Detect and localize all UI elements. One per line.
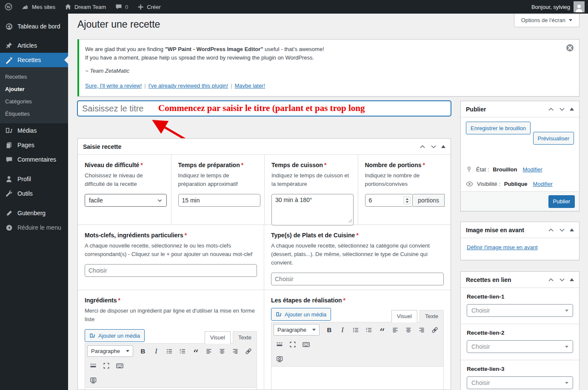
write-review-link[interactable]: Sure, I'll write a review! [85, 83, 142, 89]
paragraph-format-select[interactable]: Paragraphe [87, 345, 133, 357]
sidebar-item-pages[interactable]: Pages [0, 138, 68, 152]
sidebar-item-dashboard[interactable]: Tableau de bord [0, 19, 68, 34]
dismiss-notice-icon[interactable] [566, 44, 574, 54]
fullscreen-button[interactable] [100, 360, 112, 371]
related-recipe-2-select[interactable]: Choisir [467, 340, 573, 353]
toggle-panel-icon[interactable] [441, 145, 445, 148]
sidebar-item-medias[interactable]: Médias [0, 123, 68, 138]
publish-title: Publier [466, 106, 486, 113]
edit-visibility-link[interactable]: Modifier [533, 181, 553, 187]
italic-button[interactable]: I [337, 325, 348, 336]
italic-button[interactable]: I [150, 346, 162, 357]
new-content-menu[interactable]: Créer [133, 0, 166, 14]
set-featured-image-link[interactable]: Définir l'image mise en avant [467, 244, 538, 251]
submenu-item-recettes[interactable]: Recettes [0, 71, 68, 83]
avatar[interactable] [574, 1, 585, 12]
publish-metabox-header[interactable]: Publier [461, 101, 579, 117]
move-up-icon[interactable] [548, 276, 554, 283]
toggle-panel-icon[interactable] [570, 108, 574, 111]
numbered-list-button[interactable] [363, 325, 375, 336]
move-up-icon[interactable] [548, 106, 554, 113]
preview-button[interactable]: Prévisualiser [533, 132, 574, 145]
keywords-input[interactable] [85, 264, 257, 277]
spinner-down-icon[interactable] [406, 201, 408, 203]
link-button[interactable] [243, 346, 254, 357]
recipe-metabox-header[interactable]: Saisie recette [78, 139, 451, 155]
difficulty-select[interactable]: facile [85, 194, 167, 207]
resize-grip-icon[interactable] [348, 217, 352, 225]
align-right-button[interactable] [229, 346, 241, 357]
number-spinner[interactable] [403, 196, 411, 205]
my-sites-menu[interactable]: Mes sites [17, 0, 60, 14]
move-down-icon[interactable] [559, 106, 565, 113]
wp-paint-camera-button[interactable] [274, 353, 285, 364]
submenu-item-etiquettes[interactable]: Étiquettes [0, 108, 68, 120]
move-down-icon[interactable] [430, 143, 437, 150]
edit-status-link[interactable]: Modifier [522, 166, 542, 173]
numbered-list-button[interactable] [177, 346, 188, 357]
related-recipe-2-label: Recette-lien-2 [467, 330, 573, 336]
sidebar-item-recettes[interactable]: Recettes [0, 53, 68, 67]
related-recipes-header[interactable]: Recettes en lien [461, 272, 579, 288]
toggle-panel-icon[interactable] [570, 278, 574, 281]
wp-paint-camera-button[interactable] [87, 375, 99, 386]
fullscreen-button[interactable] [287, 339, 299, 350]
link-button[interactable] [429, 325, 441, 336]
featured-image-header[interactable]: Image mise en avant [461, 222, 579, 238]
align-left-button[interactable] [203, 346, 215, 357]
sidebar-item-outils[interactable]: Outils [0, 186, 68, 201]
bold-button[interactable]: B [323, 325, 335, 336]
add-media-button[interactable]: Ajouter un média [271, 308, 331, 321]
cook-time-textarea[interactable]: 30 min à 180° [271, 194, 354, 225]
dish-type-input[interactable] [271, 273, 444, 285]
bullet-list-button[interactable] [163, 346, 175, 357]
align-center-button[interactable] [216, 346, 228, 357]
sidebar-item-profil[interactable]: Profil [0, 172, 68, 186]
related-recipe-1-select[interactable]: Choisir [467, 304, 573, 317]
save-draft-button[interactable]: Enregistrer le brouillon [466, 122, 531, 134]
user-greeting[interactable]: Bonjour, sylvieg [531, 4, 570, 10]
submenu-item-categories[interactable]: Catégories [0, 95, 68, 108]
move-down-icon[interactable] [559, 227, 565, 233]
align-left-button[interactable] [389, 325, 401, 336]
move-up-icon[interactable] [548, 227, 554, 233]
tab-text[interactable]: Texte [233, 331, 257, 344]
site-menu[interactable]: Dream Team [60, 0, 111, 14]
paragraph-format-select[interactable]: Paragraphe [274, 324, 320, 336]
keyboard-shortcuts-button[interactable] [300, 339, 312, 350]
move-down-icon[interactable] [559, 276, 565, 283]
maybe-later-link[interactable]: Maybe later! [235, 83, 265, 89]
prep-time-input[interactable] [178, 194, 260, 207]
tab-visual[interactable]: Visuel [205, 331, 231, 344]
recipe-title-input[interactable] [77, 101, 451, 116]
tab-visual[interactable]: Visuel [391, 310, 417, 322]
bold-button[interactable]: B [137, 346, 149, 357]
screen-options-tab[interactable]: Options de l'écran [514, 14, 579, 27]
bullet-list-button[interactable] [350, 325, 362, 336]
keyboard-shortcuts-button[interactable] [114, 360, 126, 371]
blockquote-button[interactable]: “ [376, 325, 388, 336]
toggle-panel-icon[interactable] [570, 228, 574, 231]
steps-editor-canvas[interactable] [271, 366, 443, 390]
wordpress-logo-menu[interactable]: W [0, 0, 17, 14]
align-center-button[interactable] [402, 325, 414, 336]
sidebar-item-articles[interactable]: Articles [0, 38, 68, 53]
sidebar-item-collapse-menu[interactable]: Réduire le menu [0, 220, 68, 235]
sidebar-item-gutenberg[interactable]: Gutenberg [0, 206, 68, 220]
already-reviewed-link[interactable]: I've already reviewed this plugin! [148, 83, 228, 89]
spinner-up-icon[interactable] [406, 198, 408, 200]
read-more-button[interactable] [87, 360, 99, 371]
submenu-item-ajouter[interactable]: Ajouter [0, 83, 68, 95]
related-recipe-1-label: Recette-lien-1 [467, 293, 573, 300]
tab-text[interactable]: Texte [420, 310, 444, 322]
move-up-icon[interactable] [419, 143, 426, 150]
ingredients-editor-canvas[interactable] [85, 387, 257, 390]
sidebar-item-commentaires[interactable]: Commentaires [0, 152, 68, 167]
blockquote-button[interactable]: “ [190, 346, 202, 357]
comments-menu[interactable]: 0 [111, 0, 133, 14]
align-right-button[interactable] [416, 325, 428, 336]
related-recipe-3-select[interactable]: Choisir [467, 376, 573, 389]
publish-button[interactable]: Publier [548, 195, 575, 208]
add-media-button[interactable]: Ajouter un média [85, 329, 145, 342]
read-more-button[interactable] [274, 339, 285, 350]
